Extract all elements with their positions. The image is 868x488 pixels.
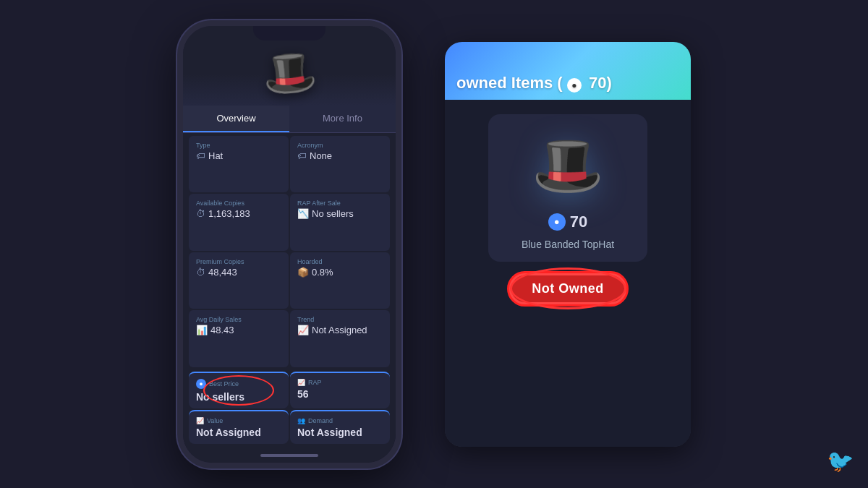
item-card: 🎩 ● 70 Blue Banded TopHat <box>488 114 647 262</box>
copies-icon: ⏱ <box>196 208 205 219</box>
main-scene: 🎩 Overview More Info Type 🏷 Hat Acronym <box>0 0 868 488</box>
tab-bar: Overview More Info <box>183 106 396 133</box>
blue-hat-image: 🎩 <box>521 126 615 205</box>
acronym-icon: 🏷 <box>297 150 307 161</box>
info-hoarded: Hoarded 📦 0.8% <box>290 252 390 309</box>
phone-home-bar <box>183 448 396 463</box>
premium-copies-label: Premium Copies <box>196 258 281 265</box>
phone-screen: 🎩 Overview More Info Type 🏷 Hat Acronym <box>183 26 396 463</box>
robux-price-icon: ● <box>548 213 566 231</box>
hoarded-value: 📦 0.8% <box>297 267 383 278</box>
acronym-label: Acronym <box>297 142 383 149</box>
rap-icon: 📉 <box>297 208 309 219</box>
tab-overview[interactable]: Overview <box>183 106 289 132</box>
info-premium-copies: Premium Copies ⏱ 48,443 <box>189 252 289 309</box>
robux-icon: ● <box>196 379 206 389</box>
item-name: Blue Banded TopHat <box>522 239 614 250</box>
trend-icon: 📈 <box>297 325 309 335</box>
hoarded-label: Hoarded <box>297 258 383 265</box>
demand-value: Not Assigned <box>297 427 383 438</box>
trend-value: 📈 Not Assigned <box>297 325 383 335</box>
type-icon: 🏷 <box>196 150 205 161</box>
premium-icon: ⏱ <box>196 267 205 278</box>
info-trend: Trend 📈 Not Assigned <box>290 310 390 367</box>
panel-header: owned Items ( ● 70) <box>445 42 691 100</box>
price-value: 70 <box>570 213 587 231</box>
phone-container: 🎩 Overview More Info Type 🏷 Hat Acronym <box>177 20 401 468</box>
value-text: Not Assigned <box>196 427 281 438</box>
right-panel: owned Items ( ● 70) 🎩 ● 70 Blue Banded T… <box>445 42 691 447</box>
available-copies-label: Available Copies <box>196 200 281 207</box>
twitter-bird-icon: 🐦 <box>827 448 854 474</box>
trend-label: Trend <box>297 316 383 323</box>
robux-header-icon: ● <box>567 78 582 93</box>
not-owned-badge: Not Owned <box>509 273 626 304</box>
available-copies-value: ⏱ 1,163,183 <box>196 208 281 219</box>
type-label: Type <box>196 142 281 149</box>
info-avg-daily-sales: Avg Daily Sales 📊 48.43 <box>189 310 289 367</box>
stat-rap: 📈 RAP 56 <box>290 372 390 408</box>
info-acronym: Acronym 🏷 None <box>290 136 390 193</box>
demand-label: 👥 Demand <box>297 417 383 424</box>
info-grid: Type 🏷 Hat Acronym 🏷 None Available Copi… <box>183 133 396 370</box>
tab-more-info[interactable]: More Info <box>289 106 396 132</box>
hat-image: 🎩 <box>260 45 319 100</box>
item-price: ● 70 <box>548 213 587 231</box>
avg-icon: 📊 <box>196 325 208 335</box>
best-price-value: No sellers <box>196 391 281 403</box>
not-owned-container: Not Owned <box>509 273 626 304</box>
info-rap-after-sale: RAP After Sale 📉 No sellers <box>290 194 390 251</box>
panel-dark-area: 🎩 ● 70 Blue Banded TopHat Not Owned <box>445 100 691 447</box>
type-value: 🏷 Hat <box>196 150 281 161</box>
home-bar-line <box>260 454 318 457</box>
panel-title: owned Items ( ● 70) <box>456 74 612 93</box>
rap-after-sale-label: RAP After Sale <box>297 200 383 207</box>
phone-notch <box>253 26 326 40</box>
value-label: 📈 Value <box>196 417 281 424</box>
avg-daily-sales-value: 📊 48.43 <box>196 325 281 335</box>
rap-after-sale-value: 📉 No sellers <box>297 208 383 219</box>
avg-daily-sales-label: Avg Daily Sales <box>196 316 281 323</box>
rap-chart-icon: 📈 <box>297 379 305 386</box>
rap-value: 56 <box>297 388 383 400</box>
premium-copies-value: ⏱ 48,443 <box>196 267 281 278</box>
stat-demand: 👥 Demand Not Assigned <box>290 410 390 444</box>
demand-icon: 👥 <box>297 417 305 424</box>
stat-best-price: ● Best Price No sellers <box>189 372 289 408</box>
info-available-copies: Available Copies ⏱ 1,163,183 <box>189 194 289 251</box>
rap-label: 📈 RAP <box>297 379 383 386</box>
best-price-label: ● Best Price <box>196 379 281 389</box>
stat-value: 📈 Value Not Assigned <box>189 410 289 444</box>
acronym-value: 🏷 None <box>297 150 383 161</box>
hoarded-icon: 📦 <box>297 267 309 278</box>
bottom-stats: ● Best Price No sellers 📈 RAP 56 📈 V <box>183 370 396 448</box>
info-type: Type 🏷 Hat <box>189 136 289 193</box>
value-icon: 📈 <box>196 417 204 424</box>
